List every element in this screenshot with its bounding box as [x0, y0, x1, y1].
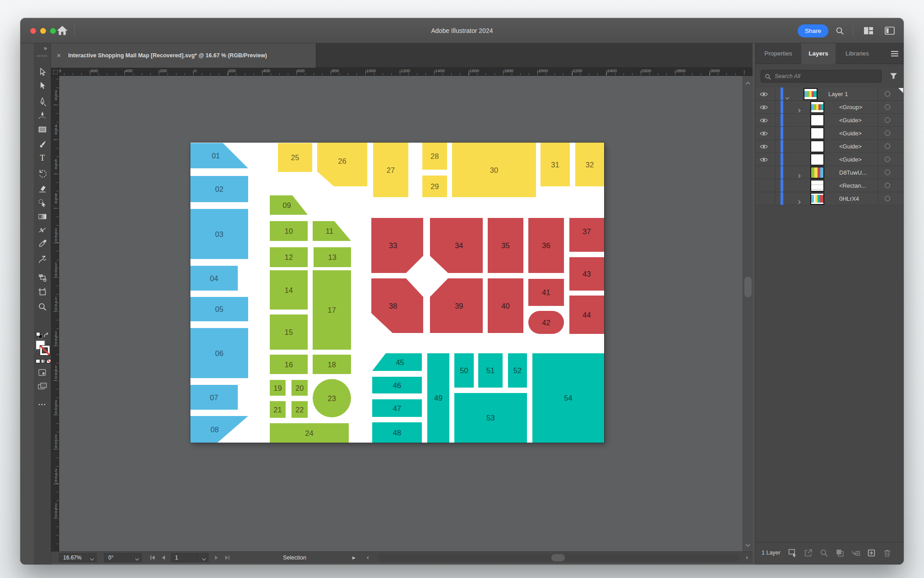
map-shape-51[interactable]: 51: [478, 353, 503, 388]
expand-chevron-icon[interactable]: [797, 106, 800, 114]
layer-thumbnail[interactable]: [811, 115, 823, 125]
map-shape-21[interactable]: 21: [270, 401, 286, 418]
layer-thumbnail[interactable]: [811, 141, 823, 152]
map-shape-38[interactable]: 38: [371, 278, 423, 333]
visibility-toggle[interactable]: [755, 88, 775, 101]
map-shape-39[interactable]: 39: [430, 278, 483, 333]
map-shape-12[interactable]: 12: [270, 247, 308, 267]
map-shape-43[interactable]: 43: [569, 257, 604, 291]
swap-fill-stroke-icon[interactable]: [43, 332, 50, 338]
tab-layers[interactable]: Layers: [801, 43, 836, 64]
map-shape-48[interactable]: 48: [372, 422, 422, 443]
layer-name[interactable]: D8TuwU...: [839, 166, 867, 179]
map-shape-25[interactable]: 25: [278, 143, 312, 172]
layer-target-circle[interactable]: [885, 196, 890, 201]
symbol-tool[interactable]: [37, 273, 47, 282]
visibility-toggle[interactable]: [755, 140, 775, 153]
locate-icon[interactable]: [819, 548, 829, 558]
ruler-origin-corner[interactable]: [51, 68, 59, 76]
expand-chevron-icon[interactable]: [797, 197, 800, 205]
layer-target-circle[interactable]: [885, 117, 890, 123]
tab-properties[interactable]: Properties: [755, 43, 801, 64]
puppet-warp-tool[interactable]: [37, 254, 47, 264]
layer-target-circle[interactable]: [885, 183, 890, 188]
screen-mode-icon[interactable]: [38, 383, 47, 390]
layer-name[interactable]: <Guide>: [839, 114, 862, 127]
canvas[interactable]: 0102030405060708091011121314151617181920…: [59, 76, 743, 551]
zoom-tool[interactable]: [37, 302, 47, 312]
map-shape-24[interactable]: 24: [270, 423, 349, 443]
map-shape-45[interactable]: 45: [372, 353, 422, 371]
map-shape-11[interactable]: 11: [313, 221, 351, 241]
new-sublayer-icon[interactable]: [851, 548, 860, 558]
layer-name[interactable]: <Guide>: [839, 127, 862, 140]
rotation-field[interactable]: 0°: [104, 553, 132, 562]
expand-chevron-icon[interactable]: [797, 171, 800, 179]
stroke-color-swatch[interactable]: [40, 346, 50, 355]
map-shape-36[interactable]: 36: [528, 218, 564, 273]
layer-name[interactable]: <Group>: [839, 101, 862, 114]
layer-target-circle[interactable]: [885, 130, 890, 136]
map-shape-26[interactable]: 26: [317, 143, 367, 186]
layer-target-circle[interactable]: [885, 170, 890, 175]
map-shape-20[interactable]: 20: [291, 380, 308, 396]
map-shape-15[interactable]: 15: [270, 314, 308, 350]
map-shape-31[interactable]: 31: [541, 143, 570, 186]
type-tool[interactable]: T: [37, 153, 47, 163]
layer-name[interactable]: <Guide>: [839, 153, 862, 166]
layer-row[interactable]: 0HLrX4: [755, 192, 904, 205]
map-shape-09[interactable]: 09: [270, 195, 308, 215]
layer-thumbnail[interactable]: [804, 89, 817, 99]
map-shape-53[interactable]: 53: [454, 393, 527, 443]
rotation-dropdown-icon[interactable]: [133, 553, 142, 562]
map-shape-08[interactable]: 08: [190, 416, 248, 443]
rotate-tool[interactable]: [37, 169, 47, 179]
mask-icon[interactable]: [835, 548, 845, 558]
map-shape-07[interactable]: 07: [190, 385, 238, 410]
direct-selection-tool[interactable]: [37, 81, 47, 91]
layer-thumbnail[interactable]: [811, 167, 823, 178]
search-icon[interactable]: [835, 26, 845, 36]
artboard-dropdown-icon[interactable]: [199, 553, 208, 562]
width-tool[interactable]: [37, 225, 47, 235]
map-shape-52[interactable]: 52: [508, 353, 527, 388]
visibility-toggle[interactable]: [755, 192, 775, 205]
map-shape-02[interactable]: 02: [190, 176, 248, 202]
new-layer-icon[interactable]: [867, 548, 876, 558]
zoom-level-field[interactable]: 16.67%: [59, 553, 87, 562]
paintbrush-tool[interactable]: [37, 139, 47, 149]
map-shape-33[interactable]: 33: [371, 218, 423, 273]
map-shape-16[interactable]: 16: [270, 355, 308, 374]
last-artboard-icon[interactable]: [224, 555, 231, 561]
scroll-down-icon[interactable]: [746, 542, 750, 547]
layer-name[interactable]: <Rectan...: [839, 179, 866, 192]
edit-toolbar-icon[interactable]: •••: [34, 402, 51, 407]
filter-icon[interactable]: [890, 73, 897, 79]
vertical-scroll-thumb[interactable]: [744, 277, 752, 297]
scroll-left-icon[interactable]: ‹: [367, 552, 369, 563]
next-artboard-icon[interactable]: [213, 555, 220, 561]
layer-row[interactable]: <Rectan...: [755, 179, 904, 192]
search-input[interactable]: Search All: [761, 70, 882, 83]
layer-thumbnail[interactable]: [811, 128, 823, 139]
pen-tool[interactable]: [37, 97, 47, 107]
visibility-toggle[interactable]: [755, 127, 775, 140]
map-shape-47[interactable]: 47: [372, 399, 422, 417]
rectangle-tool[interactable]: [37, 125, 47, 134]
gradient-tool[interactable]: [37, 212, 47, 222]
status-expand-icon[interactable]: ▶: [352, 552, 356, 564]
map-shape-05[interactable]: 05: [190, 297, 248, 321]
map-shape-42[interactable]: 42: [528, 311, 564, 334]
layer-target-circle[interactable]: [885, 157, 890, 162]
layer-row[interactable]: Layer 1: [755, 88, 904, 101]
toolbar-grip[interactable]: [37, 55, 48, 57]
visibility-toggle[interactable]: [755, 153, 775, 166]
collect-icon[interactable]: [788, 548, 797, 558]
close-document-icon[interactable]: ×: [57, 43, 61, 68]
map-shape-46[interactable]: 46: [372, 377, 422, 393]
map-shape-49[interactable]: 49: [427, 353, 449, 443]
map-shape-54[interactable]: 54: [532, 353, 604, 443]
visibility-toggle[interactable]: [755, 179, 775, 192]
layer-row[interactable]: <Guide>: [755, 114, 904, 127]
artboard-number-field[interactable]: 1: [171, 553, 199, 562]
